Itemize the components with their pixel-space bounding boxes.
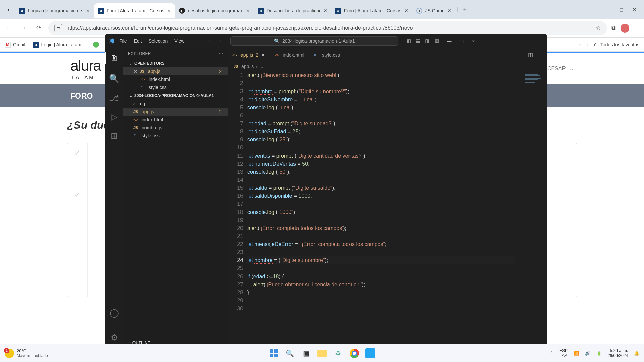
breadcrumb[interactable]: JS app.js › ... <box>228 62 547 71</box>
project-header[interactable]: ⌄2034-LOGICA-PROGRAMACION-1-AULA1 <box>123 92 228 100</box>
profile-icon[interactable] <box>621 24 629 33</box>
code-line[interactable] <box>247 264 514 273</box>
code-line[interactable]: if (edad >=18) { <box>247 273 514 281</box>
tab-close-icon[interactable]: ✕ <box>404 8 408 13</box>
tab-close-icon[interactable]: ✕ <box>323 8 327 13</box>
file-item[interactable]: <>index.html <box>123 116 228 124</box>
forward-button[interactable]: → <box>19 25 29 32</box>
code-line[interactable]: alert('¡Error! completa todos los campos… <box>247 224 514 232</box>
editor-more-icon[interactable]: ⋯ <box>538 52 543 58</box>
code-line[interactable]: let mensajeDeError = "¡Error! completa t… <box>247 240 514 248</box>
code-line[interactable]: let digiteSuEdad = 25; <box>247 128 514 136</box>
folder-item[interactable]: ›img <box>123 100 228 108</box>
code-line[interactable]: let nombre = ("Digite su nombre"); <box>247 256 514 264</box>
all-favorites[interactable]: 🗀 Todos los favoritos <box>594 42 639 47</box>
battery-icon[interactable]: 🔋 <box>596 351 602 356</box>
activity-search-icon[interactable]: 🔍 <box>109 74 119 83</box>
code-line[interactable]: console.log ("luna"); <box>247 104 514 112</box>
new-tab-button[interactable]: + <box>459 6 471 13</box>
code-line[interactable] <box>247 248 514 256</box>
chrome-taskbar-icon[interactable] <box>348 348 360 359</box>
vscode-close[interactable]: ✕ <box>472 39 475 44</box>
reload-button[interactable]: ⟳ <box>34 24 44 32</box>
vscode-taskbar-icon[interactable] <box>365 348 376 359</box>
browser-tab[interactable]: aLógica de programación: s✕ <box>15 3 94 18</box>
activity-account-icon[interactable]: ◯ <box>110 308 119 318</box>
code-line[interactable]: let edad = prompt ("Digite su edad?"); <box>247 120 514 128</box>
tray-chevron-icon[interactable]: ⌃ <box>550 351 553 356</box>
open-editor-item[interactable]: <>index.html <box>123 75 228 83</box>
file-item[interactable]: JSnombre.js <box>123 124 228 132</box>
code-line[interactable]: let numeroDeVentas = 50; <box>247 160 514 168</box>
code-line[interactable]: console.log ("25"); <box>247 136 514 144</box>
sidebar-more-icon[interactable]: ⋯ <box>219 51 223 56</box>
menu-more[interactable]: ⋯ <box>188 37 199 45</box>
code-line[interactable]: let digiteSuNombre = "luna"; <box>247 96 514 104</box>
code-line[interactable] <box>247 200 514 208</box>
tab-list-dropdown[interactable]: ▾ <box>2 3 15 16</box>
code-line[interactable]: let ventas = prompt ("Digite cantidad de… <box>247 152 514 160</box>
file-item[interactable]: #style.css <box>123 132 228 140</box>
back-button[interactable]: ← <box>4 25 14 32</box>
taskbar-weather[interactable]: 20°C Mayorm. nublado <box>5 348 48 358</box>
wifi-icon[interactable]: 📶 <box>574 351 579 356</box>
layout-bottom-icon[interactable]: ⬓ <box>416 38 420 44</box>
url-input[interactable]: ⇆ https://app.aluracursos.com/forum/curs… <box>48 21 607 35</box>
browser-tab[interactable]: ◐desafios-logica-programac✕ <box>175 3 254 18</box>
browser-tab[interactable]: aForo | Alura Latam - Cursos✕ <box>331 3 413 18</box>
code-line[interactable]: let saldo = prompt ("Digite su saldo"); <box>247 184 514 192</box>
window-maximize[interactable]: ▢ <box>619 7 623 12</box>
activity-settings-icon[interactable]: ⚙ <box>111 333 118 342</box>
split-editor-icon[interactable]: ◫ <box>528 52 533 58</box>
activity-extensions-icon[interactable]: ⊞ <box>111 131 118 141</box>
nav-back-icon[interactable]: ← <box>207 38 213 45</box>
user-menu[interactable]: CESAR ⌄ <box>547 65 574 72</box>
language-indicator[interactable]: ESP LAA <box>559 348 568 358</box>
menu-file[interactable]: File <box>116 37 130 45</box>
activity-scm-icon[interactable]: ⎇ <box>109 93 119 103</box>
command-center[interactable]: 🔍 2034-logica-programacion-1-Aula1 <box>230 36 398 46</box>
site-info-icon[interactable]: ⇆ <box>54 24 62 32</box>
extensions-icon[interactable]: ⧉ <box>611 24 616 32</box>
open-editor-item[interactable]: #style.css <box>123 83 228 92</box>
bookmarks-overflow[interactable]: » <box>579 42 582 47</box>
tab-close-icon[interactable]: ✕ <box>86 8 90 13</box>
bookmark-star-icon[interactable]: ☆ <box>596 25 601 31</box>
code-line[interactable] <box>247 112 514 120</box>
editor-tab[interactable]: JSapp.js2✕ <box>228 48 270 62</box>
activity-explorer-icon[interactable]: 🗎 <box>105 52 123 64</box>
code-line[interactable]: console.log ("50"); <box>247 168 514 176</box>
open-editors-header[interactable]: ⌄OPEN EDITORS <box>123 59 228 67</box>
alura-logo[interactable]: alura LATAM <box>70 57 101 80</box>
menu-view[interactable]: View <box>171 37 187 45</box>
file-item[interactable]: JSapp.js2 <box>123 108 228 116</box>
explorer-icon[interactable] <box>316 348 328 359</box>
code-line[interactable] <box>247 144 514 152</box>
nav-forward-icon[interactable]: → <box>216 38 222 45</box>
layout-grid-icon[interactable]: ▦ <box>434 38 439 44</box>
code-line[interactable]: alert('¡Bienvenido a nuestro sitio web!'… <box>247 71 514 79</box>
window-close[interactable]: ✕ <box>633 7 636 12</box>
bookmark-gmail[interactable]: M Gmail <box>5 42 25 48</box>
menu-icon[interactable]: ⋮ <box>634 24 640 32</box>
tab-close-icon[interactable]: ✕ <box>447 8 451 13</box>
code-line[interactable] <box>247 297 514 305</box>
browser-tab[interactable]: ●JS Game✕ <box>412 3 455 18</box>
code-editor[interactable]: 1234567891011121314151617181920212223242… <box>228 71 547 347</box>
clock[interactable]: 5:26 a. m. 26/06/2024 <box>608 348 628 358</box>
minimap[interactable] <box>514 71 547 347</box>
volume-icon[interactable]: 🔊 <box>585 351 590 356</box>
editor-tab[interactable]: #style.css <box>309 48 345 62</box>
activity-debug-icon[interactable]: ▷ <box>111 112 117 122</box>
layout-right-icon[interactable]: ◨ <box>425 38 430 44</box>
code-line[interactable] <box>247 79 514 87</box>
taskbar-search-icon[interactable]: 🔍 <box>284 348 296 359</box>
code-line[interactable]: alert('¡Puede obtener su licencia de con… <box>247 281 514 289</box>
tab-close-icon[interactable]: ✕ <box>246 8 250 13</box>
vscode-minimize[interactable]: — <box>447 39 451 44</box>
task-view-icon[interactable]: ▣ <box>300 348 312 359</box>
code-line[interactable] <box>247 176 514 184</box>
code-line[interactable] <box>247 232 514 240</box>
browser-tab[interactable]: aForo | Alura Latam - Cursos✕ <box>94 3 175 18</box>
layout-left-icon[interactable]: ◧ <box>406 38 411 44</box>
